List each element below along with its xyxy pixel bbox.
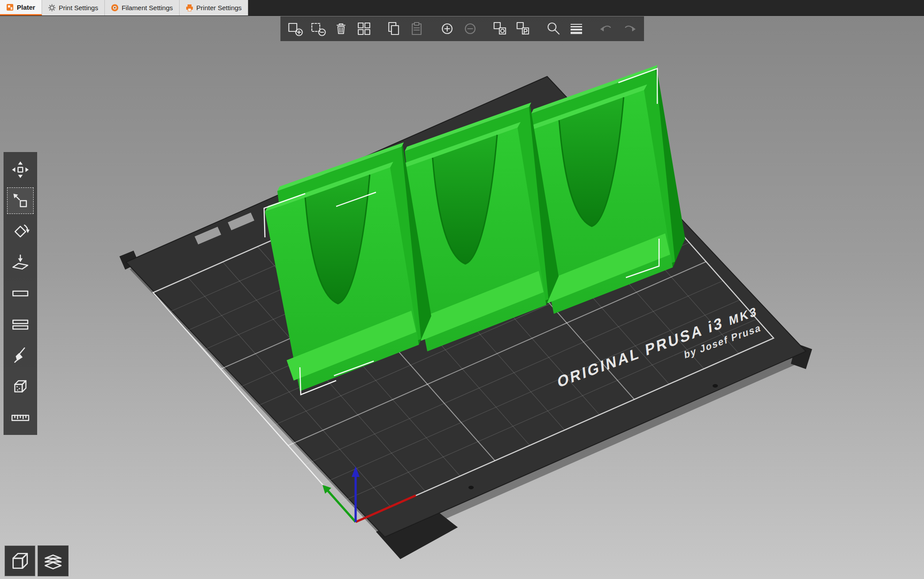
view-switcher <box>4 545 69 576</box>
add-object-button[interactable] <box>286 19 304 38</box>
seam-cube-icon <box>10 376 31 396</box>
paste-button[interactable] <box>408 19 426 38</box>
rotate-tool-button[interactable] <box>7 218 34 245</box>
delete-all-button[interactable] <box>332 19 350 38</box>
left-toolbar <box>4 152 37 435</box>
viewport-3d[interactable]: ORIGINAL PRUSA i3 MK3 by Josef Prusa <box>0 15 924 579</box>
place-on-face-icon <box>10 252 31 273</box>
editor-view-button[interactable] <box>4 545 35 576</box>
gear-icon <box>48 4 56 11</box>
tab-plater[interactable]: Plater <box>0 0 42 15</box>
plater-icon <box>6 4 14 11</box>
arrange-icon <box>355 20 373 38</box>
copy-icon <box>385 20 403 38</box>
split-to-objects-button[interactable] <box>491 19 510 38</box>
tab-label: Printer Settings <box>196 4 242 11</box>
split-to-objects-icon <box>491 20 509 38</box>
search-icon <box>544 20 562 38</box>
variable-layer-height-button[interactable] <box>567 19 586 38</box>
scale-tool-button[interactable] <box>7 187 34 214</box>
cut-icon <box>10 283 31 304</box>
add-instance-button[interactable] <box>438 19 456 38</box>
bed-screw <box>468 486 474 489</box>
preview-view-button[interactable] <box>38 545 69 576</box>
measure-tool-button[interactable] <box>7 404 34 430</box>
tab-filament-settings[interactable]: Filament Settings <box>105 0 180 15</box>
paste-icon <box>408 20 426 38</box>
arrange-button[interactable] <box>355 19 373 38</box>
tab-bar: Plater Print Settings Filament Settings … <box>0 0 924 16</box>
remove-instance-icon <box>461 20 479 38</box>
split-to-parts-button[interactable] <box>514 19 533 38</box>
delete-all-icon <box>332 20 350 38</box>
add-instance-icon <box>438 20 456 38</box>
copy-button[interactable] <box>385 19 403 38</box>
cube-icon <box>8 549 31 572</box>
remove-instance-button[interactable] <box>461 19 479 38</box>
redo-icon <box>621 20 638 38</box>
scale-icon <box>10 190 31 211</box>
ruler-icon <box>10 407 31 427</box>
layers-icon <box>42 549 65 572</box>
add-object-icon <box>286 20 304 38</box>
top-toolbar <box>280 16 644 41</box>
cut-tool-button[interactable] <box>7 280 34 307</box>
slicer-window: { "tabs": [ {"label": "Plater", "icon": … <box>0 0 924 579</box>
filament-icon <box>111 4 119 11</box>
tab-printer-settings[interactable]: Printer Settings <box>180 0 249 15</box>
tab-label: Filament Settings <box>122 4 173 11</box>
printer-icon <box>186 4 193 11</box>
height-range-tool-button[interactable] <box>7 311 34 338</box>
redo-button[interactable] <box>620 19 639 38</box>
seam-tool-button[interactable] <box>7 373 34 400</box>
undo-button[interactable] <box>597 19 616 38</box>
place-on-face-tool-button[interactable] <box>7 249 34 276</box>
move-tool-button[interactable] <box>7 156 34 183</box>
move-icon <box>10 160 31 180</box>
split-to-parts-icon <box>514 20 532 38</box>
tab-print-settings[interactable]: Print Settings <box>42 0 105 15</box>
remove-object-button[interactable] <box>309 19 327 38</box>
height-range-icon <box>10 314 31 335</box>
tab-label: Print Settings <box>59 4 98 11</box>
tab-label: Plater <box>17 4 35 11</box>
paint-brush-icon <box>10 345 31 366</box>
undo-icon <box>598 20 615 38</box>
search-button[interactable] <box>544 19 563 38</box>
rotate-icon <box>10 221 31 242</box>
remove-object-icon <box>309 20 327 38</box>
paint-supports-tool-button[interactable] <box>7 342 34 369</box>
bed-screw <box>713 384 718 388</box>
variable-layer-height-icon <box>567 20 585 38</box>
